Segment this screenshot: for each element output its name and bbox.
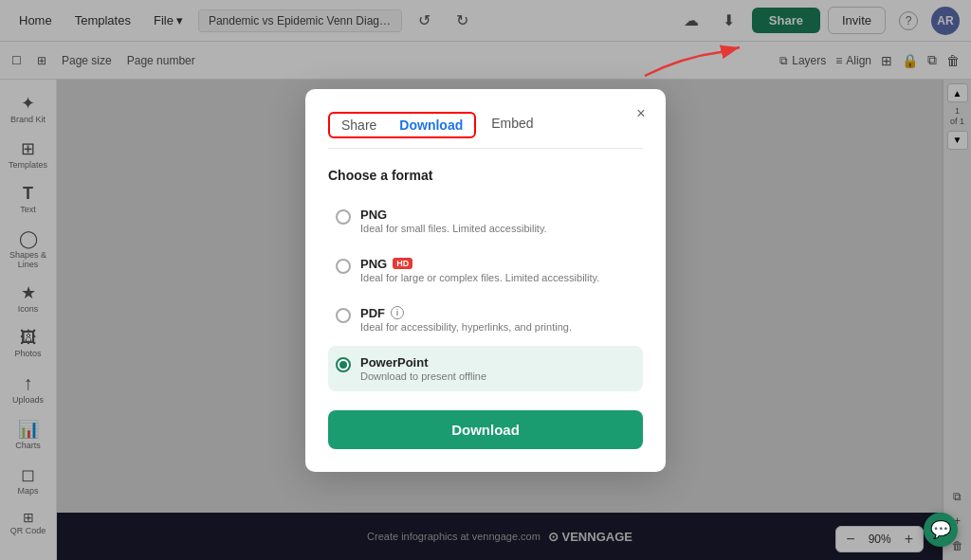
download-button[interactable]: Download [328,410,643,449]
radio-png[interactable] [336,209,351,225]
pdf-info-icon[interactable]: i [391,306,404,319]
format-png-hd-name: PNG HD [360,257,599,271]
download-modal: × Share Download Embed Choose a format P… [305,89,666,472]
radio-powerpoint[interactable] [336,357,351,372]
tab-share[interactable]: Share [330,114,388,136]
chat-icon: 💬 [930,519,951,540]
modal-overlay[interactable]: × Share Download Embed Choose a format P… [0,0,971,560]
format-png-info: PNG Ideal for small files. Limited acces… [360,208,547,234]
format-png-name: PNG [360,208,547,222]
modal-tabs: Share Download Embed [328,112,643,149]
radio-png-hd[interactable] [336,259,351,274]
modal-format-title: Choose a format [328,168,643,183]
tab-download[interactable]: Download [388,114,474,136]
format-pdf-info: PDF i Ideal for accessibility, hyperlink… [360,306,572,333]
format-png-hd-info: PNG HD Ideal for large or complex files.… [360,257,599,283]
tabs-outlined-group: Share Download [328,112,476,138]
format-powerpoint-desc: Download to present offline [360,370,486,382]
radio-dot [339,361,347,369]
modal-close-button[interactable]: × [630,102,652,125]
format-png-hd-desc: Ideal for large or complex files. Limite… [360,272,599,283]
format-option-png[interactable]: PNG Ideal for small files. Limited acces… [328,198,643,244]
format-powerpoint-info: PowerPoint Download to present offline [360,355,486,382]
chat-bubble-button[interactable]: 💬 [924,513,958,547]
format-option-powerpoint[interactable]: PowerPoint Download to present offline [328,346,643,391]
format-pdf-desc: Ideal for accessibility, hyperlinks, and… [360,321,572,333]
format-png-desc: Ideal for small files. Limited accessibi… [360,223,547,234]
format-powerpoint-name: PowerPoint [360,355,486,370]
tab-embed[interactable]: Embed [480,112,544,138]
format-option-pdf[interactable]: PDF i Ideal for accessibility, hyperlink… [328,297,643,342]
hd-badge: HD [393,258,412,269]
format-pdf-name: PDF i [360,306,572,320]
format-option-png-hd[interactable]: PNG HD Ideal for large or complex files.… [328,247,643,293]
radio-pdf[interactable] [336,308,351,323]
